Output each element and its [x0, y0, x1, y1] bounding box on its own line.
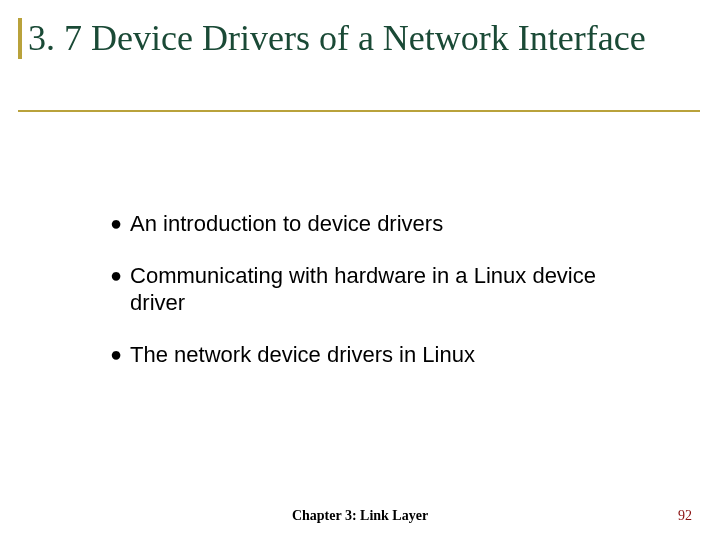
- footer-chapter: Chapter 3: Link Layer: [0, 508, 720, 524]
- list-item: ● The network device drivers in Linux: [110, 341, 620, 369]
- bullet-icon: ●: [110, 341, 122, 368]
- bullet-text: Communicating with hardware in a Linux d…: [130, 262, 620, 317]
- slide-title: 3. 7 Device Drivers of a Network Interfa…: [22, 18, 680, 59]
- page-number: 92: [678, 508, 692, 524]
- list-item: ● An introduction to device drivers: [110, 210, 620, 238]
- bullet-text: The network device drivers in Linux: [130, 341, 620, 369]
- body-area: ● An introduction to device drivers ● Co…: [110, 210, 620, 392]
- bullet-text: An introduction to device drivers: [130, 210, 620, 238]
- bullet-icon: ●: [110, 210, 122, 237]
- title-block: 3. 7 Device Drivers of a Network Interfa…: [18, 18, 680, 59]
- bullet-icon: ●: [110, 262, 122, 289]
- list-item: ● Communicating with hardware in a Linux…: [110, 262, 620, 317]
- title-underline: [18, 110, 700, 112]
- slide: 3. 7 Device Drivers of a Network Interfa…: [0, 0, 720, 540]
